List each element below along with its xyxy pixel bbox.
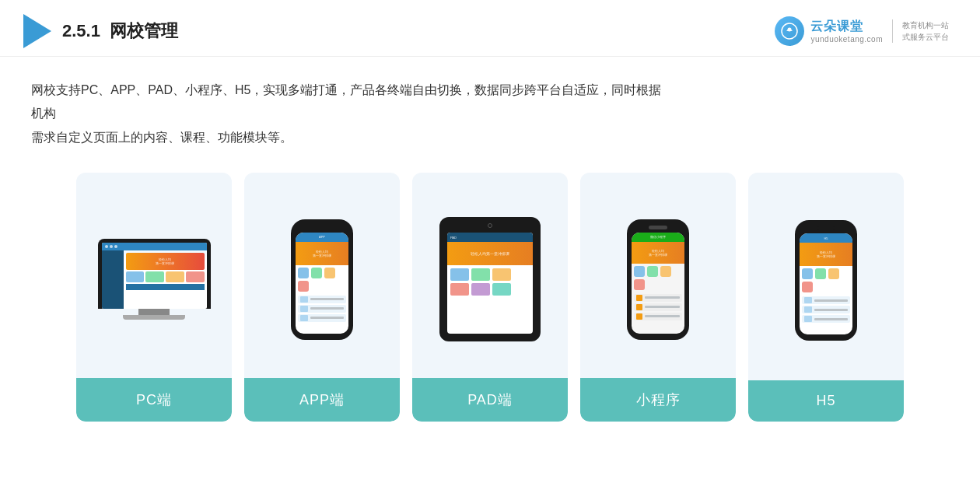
page: 2.5.1 网校管理 云朵课堂 yunduoketang.com	[0, 0, 980, 490]
wechat-phone-outer: 微信小程序 轻松人均第一堂冲排课	[627, 219, 689, 340]
phone-mockup-app: APP 轻松人均第一堂冲排课	[291, 219, 353, 340]
card-pad: PAD 轻松人均第一堂冲排课	[412, 173, 568, 422]
phone-outer-h5: H5 轻松人均第一堂冲排课	[795, 220, 857, 341]
pc-screen-outer: 轻松人均第一堂冲排课	[98, 239, 211, 309]
phone-notch-h5	[817, 226, 835, 230]
brand-name: 云朵课堂	[810, 19, 863, 35]
desc-line2: 需求自定义页面上的内容、课程、功能模块等。	[31, 126, 669, 149]
card-mini-device: 微信小程序 轻松人均第一堂冲排课	[580, 173, 736, 378]
card-pc-label: PC端	[76, 378, 232, 422]
brand-text: 云朵课堂 yunduoketang.com	[810, 19, 883, 44]
brand-divider	[892, 19, 893, 43]
brand-logo: 云朵课堂 yunduoketang.com 教育机构一站 式服务云平台	[775, 16, 949, 46]
brand-icon	[775, 16, 804, 46]
phone-screen-h5: H5 轻松人均第一堂冲排课	[800, 233, 852, 334]
logo-triangle-icon	[23, 14, 51, 48]
card-mini-label: 小程序	[580, 378, 736, 422]
phone-notch-app	[313, 226, 331, 229]
card-app: APP 轻松人均第一堂冲排课	[244, 173, 400, 422]
description-block: 网校支持PC、APP、PAD、小程序、H5，实现多端打通，产品各终端自由切换，数…	[0, 57, 700, 157]
card-app-device: APP 轻松人均第一堂冲排课	[244, 173, 400, 378]
brand-url: yunduoketang.com	[810, 35, 883, 44]
card-pc: 轻松人均第一堂冲排课	[76, 173, 232, 422]
brand-slogan: 教育机构一站 式服务云平台	[902, 19, 949, 43]
card-h5-label: H5	[748, 380, 904, 422]
card-pad-device: PAD 轻松人均第一堂冲排课	[412, 173, 568, 378]
pad-mockup: PAD 轻松人均第一堂冲排课	[439, 217, 541, 341]
card-h5-device: H5 轻松人均第一堂冲排课	[748, 173, 904, 380]
wechat-screen: 微信小程序 轻松人均第一堂冲排课	[632, 233, 684, 334]
page-title: 2.5.1 网校管理	[62, 19, 178, 43]
pc-screen-inner: 轻松人均第一堂冲排课	[102, 243, 207, 309]
phone-mockup-h5: H5 轻松人均第一堂冲排课	[795, 220, 857, 341]
header-right: 云朵课堂 yunduoketang.com 教育机构一站 式服务云平台	[775, 16, 949, 46]
pad-outer: PAD 轻松人均第一堂冲排课	[439, 217, 541, 341]
pad-screen: PAD 轻松人均第一堂冲排课	[447, 233, 533, 334]
card-h5: H5 轻松人均第一堂冲排课	[748, 173, 904, 422]
header-left: 2.5.1 网校管理	[23, 14, 178, 48]
phone-screen-app: APP 轻松人均第一堂冲排课	[296, 233, 348, 334]
pc-mockup: 轻松人均第一堂冲排课	[98, 239, 211, 320]
card-pad-label: PAD端	[412, 378, 568, 422]
svg-point-1	[788, 28, 792, 32]
phone-mockup-mini: 微信小程序 轻松人均第一堂冲排课	[627, 219, 689, 340]
pad-home-btn	[488, 223, 492, 228]
desc-line1: 网校支持PC、APP、PAD、小程序、H5，实现多端打通，产品各终端自由切换，数…	[31, 79, 669, 126]
card-pc-device: 轻松人均第一堂冲排课	[76, 173, 232, 378]
phone-outer-app: APP 轻松人均第一堂冲排课	[291, 219, 353, 340]
header: 2.5.1 网校管理 云朵课堂 yunduoketang.com	[0, 0, 980, 57]
wechat-notch	[649, 226, 667, 229]
cards-section: 轻松人均第一堂冲排课	[0, 157, 980, 445]
card-app-label: APP端	[244, 378, 400, 422]
card-mini: 微信小程序 轻松人均第一堂冲排课	[580, 173, 736, 422]
